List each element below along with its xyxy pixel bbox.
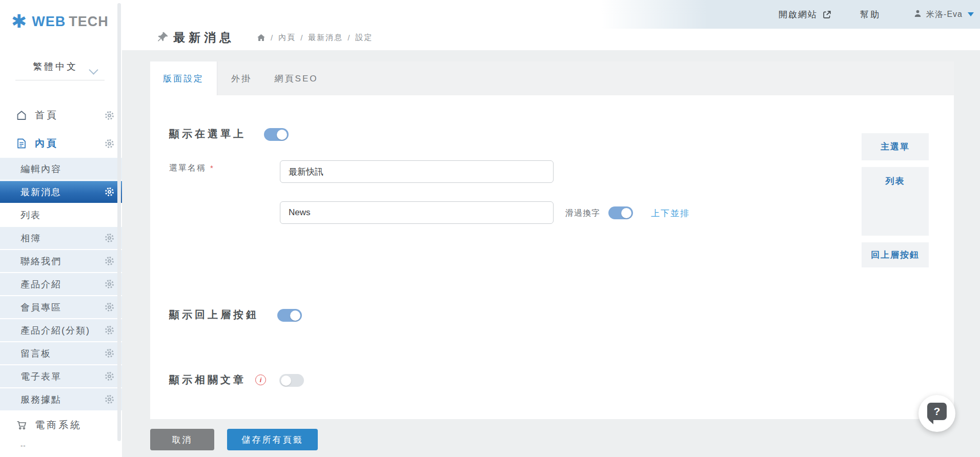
show-in-menu-toggle[interactable]	[264, 128, 289, 141]
sidebar-item-members[interactable]: 會員專區	[0, 296, 122, 318]
breadcrumb-separator: /	[300, 33, 303, 42]
breadcrumb-separator: /	[271, 33, 274, 42]
sidebar-item-label: 聯絡我們	[21, 255, 62, 267]
eforms-gear-icon[interactable]	[105, 372, 114, 381]
header-actions: 開啟網站 幫助 米洛-Eva	[779, 0, 980, 29]
logo-asterisk-icon: ✱	[11, 12, 27, 31]
sidebar-item-edit-content[interactable]: 編輯內容	[0, 158, 122, 180]
sidebar-item-label: 會員專區	[21, 301, 62, 314]
breadcrumb-home-icon[interactable]	[256, 33, 266, 43]
menu-name-label-text: 選單名稱	[169, 163, 206, 172]
sidebar-item-message-board[interactable]: 留言板	[0, 342, 122, 364]
contact-gear-icon[interactable]	[105, 257, 114, 265]
sidebar-item-label: 產品介紹(分類)	[21, 324, 90, 337]
username: 米洛-Eva	[926, 9, 963, 20]
sidebar-item-contact-us[interactable]: 聯絡我們	[0, 250, 122, 272]
breadcrumb-settings[interactable]: 設定	[356, 33, 373, 43]
tab-strip: 版面設定 外掛 網頁SEO	[150, 61, 954, 95]
pin-icon	[156, 31, 169, 44]
cart-icon	[15, 419, 28, 431]
message-board-gear-icon[interactable]	[105, 349, 114, 358]
sidebar-item-label: 留言板	[21, 347, 51, 360]
products-gear-icon[interactable]	[105, 280, 114, 288]
breadcrumb: / 內頁 / 最新消息 / 設定	[256, 33, 373, 43]
sidebar-overflow-mark: --	[21, 442, 26, 449]
preview-list-button[interactable]: 列表	[862, 167, 929, 236]
page-icon	[15, 137, 28, 150]
sidebar-item-label: 產品介紹	[21, 278, 62, 290]
members-gear-icon[interactable]	[105, 303, 114, 311]
app-window: 開啟網站 幫助 米洛-Eva 最新消息 / 內頁 / 最新消息 / 設定	[0, 0, 980, 457]
sidebar-item-products[interactable]: 產品介紹	[0, 273, 122, 295]
sidebar-item-label: 首頁	[35, 109, 58, 122]
show-in-menu-label: 顯示在選單上	[169, 127, 246, 141]
menu-name-en-input[interactable]	[280, 201, 554, 224]
help-label: 幫助	[860, 9, 881, 20]
help-button[interactable]: 幫助	[860, 9, 881, 20]
page-title: 最新消息	[173, 30, 235, 46]
inner-pages-gear-icon[interactable]	[105, 139, 114, 148]
logo-tech-text: TECH	[69, 14, 109, 30]
info-icon[interactable]: i	[255, 375, 266, 385]
breadcrumb-inner-pages[interactable]: 內頁	[278, 33, 296, 43]
sidebar-item-list[interactable]: 列表	[0, 204, 122, 226]
sidebar-item-label: 相簿	[21, 232, 41, 244]
sidebar-item-label: 列表	[21, 209, 41, 221]
page-header: 最新消息 / 內頁 / 最新消息 / 設定	[122, 26, 373, 49]
logo-web-text: WEB	[32, 14, 66, 30]
home-icon	[15, 109, 28, 121]
sidebar: ✱ WEB TECH 繁體中文 首頁 內頁 編輯內容 最新消息 列表 相簿 聯絡…	[0, 0, 122, 457]
products-category-gear-icon[interactable]	[105, 326, 114, 335]
settings-card: 版面設定 外掛 網頁SEO 顯示在選單上 選單名稱* 滑過換字 上下並排 主選單…	[150, 61, 954, 419]
sidebar-divider	[15, 80, 105, 80]
sidebar-item-label: 內頁	[35, 137, 58, 150]
sidebar-item-ecommerce[interactable]: 電商系統	[0, 413, 122, 438]
sidebar-item-label: 電商系統	[35, 419, 82, 432]
caret-down-icon	[968, 12, 974, 16]
sidebar-item-home[interactable]: 首頁	[0, 103, 122, 128]
sidebar-item-label: 最新消息	[21, 186, 62, 198]
service-locations-gear-icon[interactable]	[105, 395, 114, 404]
show-related-toggle[interactable]	[279, 374, 304, 387]
required-asterisk: *	[210, 163, 214, 172]
help-fab[interactable]: ?	[918, 395, 955, 432]
sidebar-item-album[interactable]: 相簿	[0, 227, 122, 249]
open-website-label: 開啟網站	[779, 9, 818, 20]
sidebar-item-service-locations[interactable]: 服務據點	[0, 388, 122, 410]
news-gear-icon[interactable]	[105, 188, 114, 196]
logo: ✱ WEB TECH	[11, 12, 109, 31]
sidebar-item-inner-pages[interactable]: 內頁	[0, 131, 122, 156]
album-gear-icon[interactable]	[105, 234, 114, 242]
sidebar-submenu: 編輯內容 最新消息 列表 相簿 聯絡我們 產品介紹 會員專區 產品介紹(分類) …	[0, 158, 122, 411]
question-mark: ?	[934, 405, 941, 418]
sidebar-scrollbar[interactable]	[117, 3, 121, 441]
sidebar-item-label: 服務據點	[21, 393, 62, 406]
show-related-label: 顯示相關文章	[169, 373, 246, 387]
menu-name-label: 選單名稱*	[169, 163, 214, 174]
sidebar-item-label: 電子表單	[21, 370, 62, 383]
open-website-button[interactable]: 開啟網站	[779, 9, 831, 20]
hover-swap-toggle[interactable]	[608, 206, 633, 219]
show-back-toggle[interactable]	[277, 309, 302, 322]
user-icon	[913, 9, 922, 20]
hover-swap-label: 滑過換字	[565, 208, 600, 219]
stack-layout-link[interactable]: 上下並排	[651, 207, 690, 219]
sidebar-item-news[interactable]: 最新消息	[0, 181, 122, 203]
question-bubble-icon: ?	[927, 403, 947, 420]
preview-back-button[interactable]: 回上層按鈕	[862, 242, 929, 267]
tab-plugins[interactable]: 外掛	[217, 61, 266, 95]
sidebar-item-label: 編輯內容	[21, 163, 62, 175]
external-link-icon	[823, 10, 831, 19]
sidebar-item-eforms[interactable]: 電子表單	[0, 365, 122, 387]
tab-layout-settings[interactable]: 版面設定	[150, 61, 217, 95]
menu-name-input[interactable]	[280, 160, 554, 183]
home-gear-icon[interactable]	[105, 111, 114, 120]
save-all-tabs-button[interactable]: 儲存所有頁籤	[227, 429, 318, 450]
preview-main-menu-button[interactable]: 主選單	[862, 133, 929, 160]
user-menu[interactable]: 米洛-Eva	[913, 9, 974, 20]
breadcrumb-news[interactable]: 最新消息	[308, 33, 343, 43]
sidebar-item-products-category[interactable]: 產品介紹(分類)	[0, 319, 122, 341]
show-back-label: 顯示回上層按鈕	[169, 308, 259, 322]
tab-page-seo[interactable]: 網頁SEO	[266, 61, 327, 95]
cancel-button[interactable]: 取消	[150, 429, 214, 450]
